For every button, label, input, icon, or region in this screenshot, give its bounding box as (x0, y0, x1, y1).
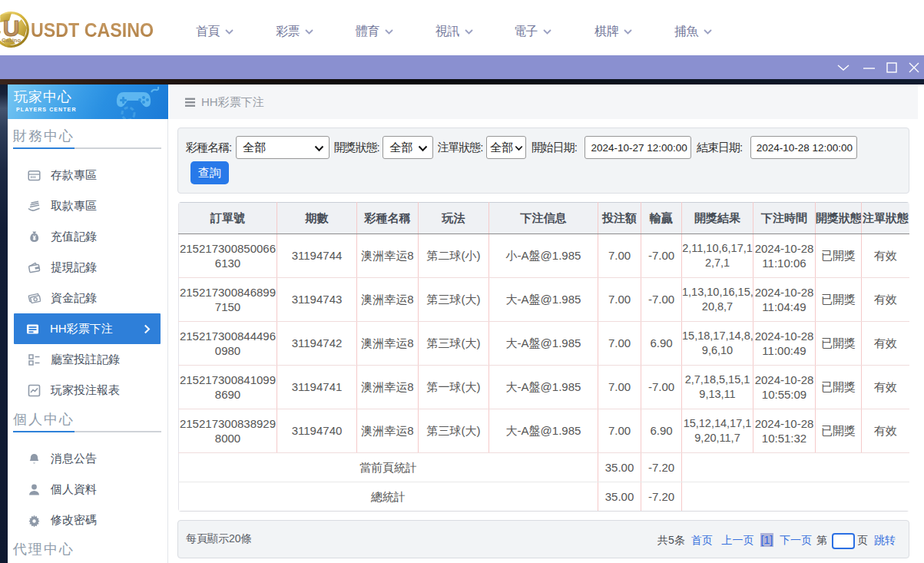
svg-text:Casino: Casino (2, 37, 21, 44)
